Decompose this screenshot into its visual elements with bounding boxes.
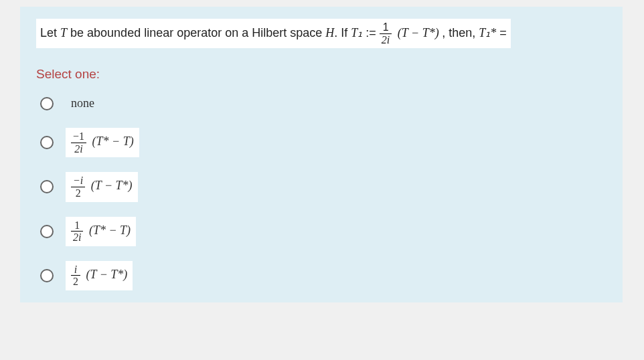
radio-e[interactable] bbox=[40, 269, 54, 282]
q-var-T: T bbox=[60, 26, 67, 39]
option-d-num: 1 bbox=[71, 219, 83, 232]
option-d-label: 1 2i (T* − T) bbox=[66, 217, 136, 246]
q-frac: 12i bbox=[380, 21, 392, 46]
option-a[interactable]: none bbox=[40, 94, 607, 113]
options-list: none −1 2i (T* − T) −i 2 (T − T*) bbox=[36, 94, 607, 290]
option-e[interactable]: i 2 (T − T*) bbox=[40, 261, 607, 290]
q-mid1: be abounded linear operator on a Hilbert… bbox=[67, 26, 325, 39]
q-mid3: , then, bbox=[442, 26, 479, 39]
q-assign: := bbox=[362, 26, 380, 39]
q-prefix: Let bbox=[40, 26, 60, 39]
q-expr: (T − T*) bbox=[394, 26, 442, 39]
q-frac-den: 2i bbox=[380, 34, 392, 46]
option-e-num: i bbox=[71, 264, 80, 276]
option-e-label: i 2 (T − T*) bbox=[66, 261, 133, 290]
radio-c[interactable] bbox=[40, 180, 54, 193]
option-b-frac: −1 2i bbox=[71, 130, 86, 155]
radio-d[interactable] bbox=[40, 225, 54, 238]
q-T1: T₁ bbox=[351, 26, 362, 39]
q-frac-num: 1 bbox=[380, 21, 392, 34]
option-c-expr: (T − T*) bbox=[91, 179, 133, 193]
q-T1star: T₁* bbox=[479, 26, 496, 39]
option-d[interactable]: 1 2i (T* − T) bbox=[40, 217, 607, 246]
option-e-frac: i 2 bbox=[71, 264, 80, 288]
radio-b[interactable] bbox=[40, 136, 54, 149]
option-b[interactable]: −1 2i (T* − T) bbox=[40, 128, 607, 157]
option-c-frac: −i 2 bbox=[71, 175, 85, 199]
radio-a[interactable] bbox=[40, 97, 54, 110]
question-container: Let T be abounded linear operator on a H… bbox=[20, 7, 623, 302]
option-a-label: none bbox=[66, 94, 100, 113]
option-b-num: −1 bbox=[71, 130, 86, 143]
option-d-expr: (T* − T) bbox=[89, 223, 131, 237]
option-d-den: 2i bbox=[71, 232, 83, 244]
question-text: Let T be abounded linear operator on a H… bbox=[36, 19, 511, 48]
q-var-H: H bbox=[325, 26, 334, 39]
option-e-expr: (T − T*) bbox=[86, 268, 128, 281]
option-b-label: −1 2i (T* − T) bbox=[66, 128, 139, 157]
q-eq: = bbox=[496, 26, 507, 39]
option-c[interactable]: −i 2 (T − T*) bbox=[40, 172, 607, 201]
option-c-num: −i bbox=[71, 175, 85, 187]
q-mid2: . If bbox=[334, 26, 351, 39]
option-c-label: −i 2 (T − T*) bbox=[66, 172, 138, 201]
option-b-expr: (T* − T) bbox=[92, 134, 134, 148]
select-one-label: Select one: bbox=[36, 67, 607, 82]
option-c-den: 2 bbox=[71, 187, 85, 199]
option-b-den: 2i bbox=[71, 143, 86, 155]
option-e-den: 2 bbox=[71, 276, 80, 288]
option-d-frac: 1 2i bbox=[71, 219, 83, 244]
